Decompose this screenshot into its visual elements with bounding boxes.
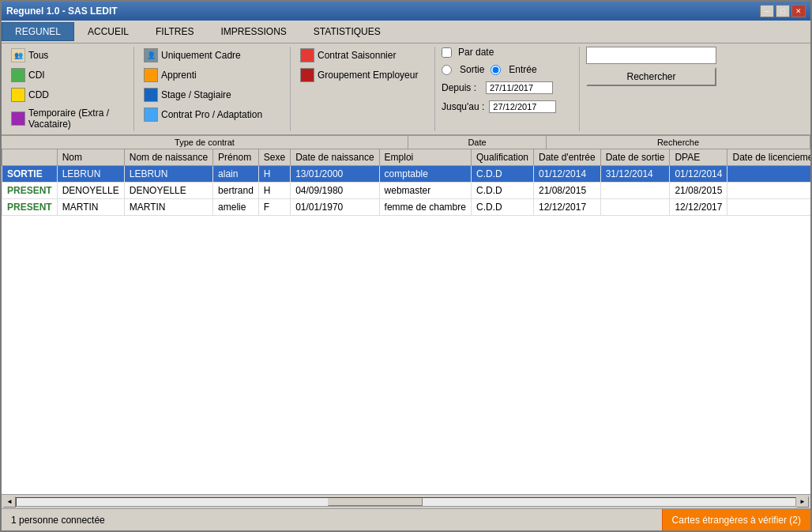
col-sexe: Sexe: [258, 149, 290, 166]
col-date-naissance: Date de naissance: [291, 149, 379, 166]
filter-saisonnier[interactable]: Contrat Saisonnier: [297, 47, 428, 64]
table-row[interactable]: PRESENT MARTIN MARTIN amelie F 01/01/197…: [2, 199, 811, 216]
menu-bar: REGUNEL ACCUEIL FILTRES IMPRESSIONS STAT…: [2, 21, 810, 43]
status-bar: 1 personne connectée Cartes étrangères à…: [2, 508, 810, 530]
depuis-input[interactable]: [486, 81, 553, 94]
filter-cdd[interactable]: CDD: [8, 86, 127, 104]
table-body: SORTIE LEBRUN LEBRUN alain H 13/01/2000 …: [2, 166, 811, 216]
table-header-row: Nom Nom de naissance Prénom Sexe Date de…: [2, 149, 811, 166]
jusquau-label: Jusqu'au :: [442, 101, 484, 112]
toolbar: 👥 Tous CDI CDD Temporaire (Extra / Vacat…: [2, 43, 810, 135]
filter-temporaire[interactable]: Temporaire (Extra / Vacataire): [8, 106, 127, 131]
contract-col1: 👥 Tous CDI CDD Temporaire (Extra / Vacat…: [8, 47, 134, 131]
tab-accueil[interactable]: ACCUEIL: [74, 22, 142, 41]
cdi-icon: [11, 68, 25, 82]
cdd-label: CDD: [28, 89, 49, 100]
close-button[interactable]: ✕: [791, 5, 806, 17]
horizontal-scrollbar[interactable]: ◄ ►: [2, 494, 810, 508]
cell-qualification: C.D.D: [471, 183, 533, 199]
jusquau-input[interactable]: [489, 100, 556, 113]
filter-groupement[interactable]: Groupement Employeur: [297, 66, 428, 84]
filter-apprenti[interactable]: Apprenti: [141, 66, 284, 84]
search-input[interactable]: [586, 47, 716, 64]
filter-tous[interactable]: 👥 Tous: [8, 47, 127, 64]
cell-dpae: 12/12/2017: [670, 199, 727, 216]
scroll-track[interactable]: [16, 497, 796, 507]
cell-prenom: alain: [213, 166, 259, 183]
col-dpae: DPAE: [670, 149, 727, 166]
cell-date-naissance: 04/09/1980: [291, 183, 379, 199]
tab-statistiques[interactable]: STATISTIQUES: [300, 22, 394, 41]
cell-nom: MARTIN: [57, 199, 124, 216]
search-button[interactable]: Rechercher: [586, 67, 716, 86]
tous-label: Tous: [28, 50, 48, 61]
cell-emploi: comptable: [379, 166, 471, 183]
cell-nom: DENOYELLE: [57, 183, 124, 199]
par-date-row: Par date: [442, 47, 573, 58]
tab-filtres[interactable]: FILTRES: [142, 22, 207, 41]
cell-sexe: H: [258, 166, 290, 183]
search-col: Rechercher: [586, 47, 720, 131]
col-date-sortie: Date de sortie: [600, 149, 670, 166]
par-date-label: Par date: [458, 47, 498, 58]
entree-radio[interactable]: [491, 65, 501, 75]
cell-date-sortie: [600, 183, 670, 199]
cell-date-licenciement: [727, 183, 810, 199]
cell-date-sortie: [600, 199, 670, 216]
connected-status: 1 personne connectée: [2, 515, 115, 526]
contract-col3: Contrat Saisonnier Groupement Employeur: [297, 47, 435, 131]
cell-status: SORTIE: [2, 166, 58, 183]
par-date-checkbox[interactable]: [442, 47, 452, 58]
scroll-right-btn[interactable]: ►: [796, 496, 809, 507]
cell-emploi: webmaster: [379, 183, 471, 199]
filter-contrat-pro[interactable]: Contrat Pro / Adaptation: [141, 106, 284, 123]
scroll-thumb[interactable]: [328, 498, 423, 506]
cell-qualification: C.D.D: [471, 166, 533, 183]
filter-cdi[interactable]: CDI: [8, 66, 127, 84]
cell-emploi: femme de chambre: [379, 199, 471, 216]
minimize-button[interactable]: ─: [760, 5, 774, 17]
recherche-label: Recherche: [547, 136, 810, 149]
col-date-entree: Date d'entrée: [534, 149, 601, 166]
apprenti-icon: [144, 68, 158, 82]
cell-dpae: 01/12/2014: [670, 166, 727, 183]
cell-date-licenciement: [727, 199, 810, 216]
section-labels-bar: Type de contrat Date Recherche: [2, 135, 810, 149]
cell-nom-naissance: MARTIN: [124, 199, 212, 216]
sortie-label: Sortie: [460, 64, 484, 75]
tab-impressions[interactable]: IMPRESSIONS: [207, 22, 299, 41]
table-row[interactable]: SORTIE LEBRUN LEBRUN alain H 13/01/2000 …: [2, 166, 811, 183]
contratpro-icon: [144, 108, 158, 122]
cell-status: PRESENT: [2, 199, 58, 216]
groupement-icon: [300, 68, 314, 82]
cell-sexe: H: [258, 183, 290, 199]
filter-stage[interactable]: Stage / Stagiaire: [141, 86, 284, 104]
cell-date-entree: 12/12/2017: [534, 199, 601, 216]
contratpro-label: Contrat Pro / Adaptation: [161, 109, 262, 120]
depuis-label: Depuis :: [442, 82, 481, 93]
sortie-radio[interactable]: [442, 65, 452, 75]
filter-cadre[interactable]: 👤 Uniquement Cadre: [141, 47, 284, 64]
col-emploi: Emploi: [379, 149, 471, 166]
apprenti-label: Apprenti: [161, 70, 197, 81]
col-qualification: Qualification: [471, 149, 533, 166]
table-row[interactable]: PRESENT DENOYELLE DENOYELLE bertrand H 0…: [2, 183, 811, 199]
cell-date-entree: 21/08/2015: [534, 183, 601, 199]
saisonnier-label: Contrat Saisonnier: [318, 50, 396, 61]
title-bar: Regunel 1.0 - SAS LEDIT ─ □ ✕: [2, 2, 810, 21]
col-date-licenciement: Date de licenciement: [727, 149, 810, 166]
cell-nom-naissance: DENOYELLE: [124, 183, 212, 199]
data-table-wrapper: Nom Nom de naissance Prénom Sexe Date de…: [2, 149, 810, 494]
tab-regunel[interactable]: REGUNEL: [2, 22, 74, 41]
scroll-left-btn[interactable]: ◄: [3, 496, 16, 507]
date-filter-col: Par date Sortie Entrée Depuis : Jusqu'au…: [442, 47, 580, 131]
app-window: Regunel 1.0 - SAS LEDIT ─ □ ✕ REGUNEL AC…: [0, 0, 812, 532]
maximize-button[interactable]: □: [776, 5, 790, 17]
groupement-label: Groupement Employeur: [318, 70, 418, 81]
cell-date-naissance: 13/01/2000: [291, 166, 379, 183]
alert-button[interactable]: Cartes étrangères à vérifier (2): [662, 509, 810, 530]
entree-label: Entrée: [509, 64, 536, 75]
saisonnier-icon: [300, 48, 314, 62]
jusquau-row: Jusqu'au :: [442, 100, 573, 113]
cell-date-licenciement: [727, 166, 810, 183]
